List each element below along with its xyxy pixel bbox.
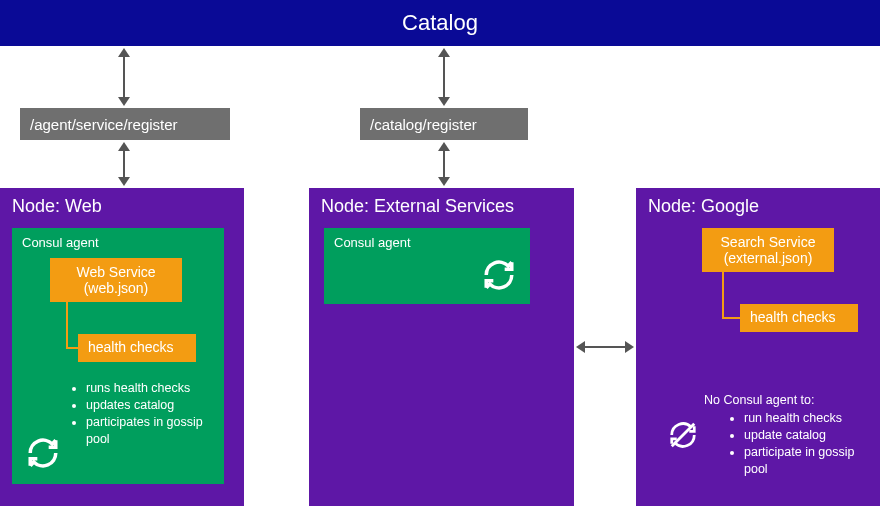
google-service-file: (external.json) (706, 250, 830, 266)
web-service-box: Web Service (web.json) (50, 258, 182, 302)
node-google-title: Node: Google (636, 188, 880, 227)
bullet-item: updates catalog (86, 397, 220, 414)
node-web-title: Node: Web (0, 188, 244, 227)
arrow-catalog-to-agent-endpoint (123, 56, 125, 98)
catalog-header: Catalog (0, 0, 880, 46)
google-no-agent-bullets: run health checks update catalog partici… (728, 410, 870, 478)
sync-icon (26, 436, 60, 470)
sync-icon (482, 258, 516, 292)
connector-line (722, 272, 724, 318)
google-no-agent-title: No Consul agent to: (704, 392, 874, 409)
google-search-service-box: Search Service (external.json) (702, 228, 834, 272)
connector-line (66, 302, 68, 348)
arrow-agent-endpoint-to-node-web (123, 150, 125, 178)
bullet-item: participates in gossip pool (86, 414, 220, 448)
connector-line (722, 317, 740, 319)
endpoint-agent-register-label: /agent/service/register (30, 116, 178, 133)
google-service-name: Search Service (706, 234, 830, 250)
node-external-services: Node: External Services Consul agent (309, 188, 574, 506)
web-service-file: (web.json) (54, 280, 178, 296)
bullet-item: participate in gossip pool (744, 444, 870, 478)
endpoint-catalog-register-label: /catalog/register (370, 116, 477, 133)
bullet-item: run health checks (744, 410, 870, 427)
web-agent-bullets: runs health checks updates catalog parti… (70, 380, 220, 448)
node-external-title: Node: External Services (309, 188, 574, 227)
endpoint-catalog-register: /catalog/register (360, 108, 528, 140)
endpoint-agent-register: /agent/service/register (20, 108, 230, 140)
google-health-label: health checks (750, 309, 836, 325)
no-sync-icon (668, 420, 698, 450)
node-web: Node: Web Consul agent Web Service (web.… (0, 188, 244, 506)
arrow-catalog-endpoint-to-node-external (443, 150, 445, 178)
web-health-checks: health checks (78, 334, 196, 362)
bullet-item: update catalog (744, 427, 870, 444)
bullet-item: runs health checks (86, 380, 220, 397)
consul-agent-web-label: Consul agent (12, 228, 224, 254)
consul-agent-external: Consul agent (324, 228, 530, 304)
connector-line (66, 347, 78, 349)
web-service-name: Web Service (54, 264, 178, 280)
google-health-checks: health checks (740, 304, 858, 332)
catalog-title: Catalog (402, 10, 478, 36)
node-google: Node: Google Search Service (external.js… (636, 188, 880, 506)
consul-agent-external-label: Consul agent (324, 228, 530, 254)
web-health-label: health checks (88, 339, 174, 355)
arrow-external-to-google (584, 346, 626, 348)
consul-agent-web: Consul agent Web Service (web.json) heal… (12, 228, 224, 484)
arrow-catalog-to-catalog-endpoint (443, 56, 445, 98)
